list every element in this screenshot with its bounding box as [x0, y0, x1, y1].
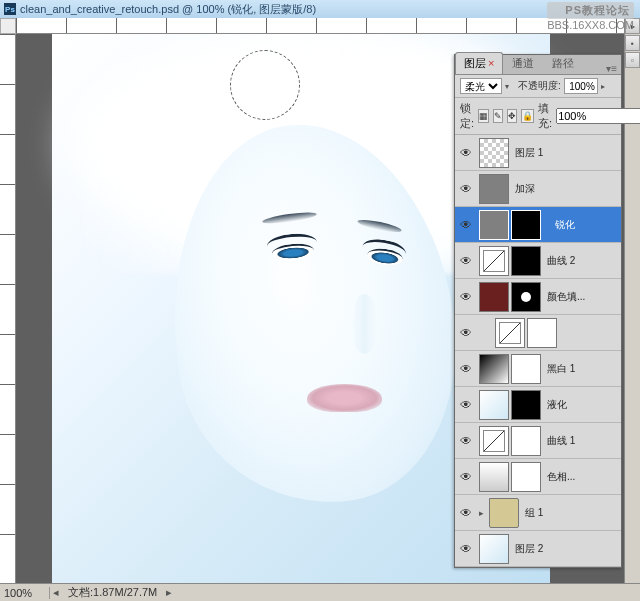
zoom-level[interactable]: 100% [0, 587, 50, 599]
visibility-toggle[interactable]: 👁 [458, 433, 474, 449]
lock-label: 锁定: [460, 101, 474, 131]
layer-name[interactable]: 锐化 [555, 218, 618, 232]
layer-thumbnail[interactable] [479, 390, 509, 420]
layer-mask-thumbnail[interactable] [511, 282, 541, 312]
layers-panel: 图层× 通道 路径 ▾≡ 柔光 ▾ 不透明度: ▸ 锁定: ▦ ✎ ✥ 🔒 填充… [454, 54, 622, 568]
layer-mask-thumbnail[interactable] [511, 354, 541, 384]
opacity-input[interactable] [564, 78, 598, 94]
layer-row-l4[interactable]: 👁曲线 2 [455, 243, 621, 279]
opacity-label: 不透明度: [518, 79, 561, 93]
layer-name[interactable]: 曲线 2 [547, 254, 618, 268]
layer-thumbs [479, 138, 509, 168]
layer-row-l11[interactable]: 👁图层 2 [455, 531, 621, 567]
watermark-line2: BBS.16XX8.COM [547, 19, 634, 31]
layer-mask-thumbnail[interactable] [511, 426, 541, 456]
portrait-lips [307, 384, 382, 412]
document-size: 文档:1.87M/27.7M [62, 585, 163, 600]
brush-cursor [230, 50, 300, 120]
watermark: PS教程论坛 BBS.16XX8.COM [547, 2, 634, 31]
layer-thumbs [479, 174, 509, 204]
layer-thumbs [479, 282, 541, 312]
visibility-toggle[interactable]: 👁 [458, 181, 474, 197]
layer-thumbnail[interactable] [479, 462, 509, 492]
layer-name[interactable]: 加深 [515, 182, 618, 196]
layer-name[interactable]: 色相... [547, 470, 618, 484]
layer-mask-thumbnail[interactable] [511, 210, 541, 240]
visibility-toggle[interactable]: 👁 [458, 397, 474, 413]
layer-row-l9[interactable]: 👁曲线 1 [455, 423, 621, 459]
tab-channels[interactable]: 通道 [503, 52, 543, 74]
layer-mask-thumbnail[interactable] [527, 318, 557, 348]
layer-row-grp[interactable]: 👁▸组 1 [455, 495, 621, 531]
lock-position-icon[interactable]: ✥ [507, 109, 517, 123]
fill-input[interactable] [556, 108, 640, 124]
layer-thumbnail[interactable] [479, 210, 509, 240]
layer-name[interactable]: 黑白 1 [547, 362, 618, 376]
status-arrow-left[interactable]: ◂ [50, 586, 62, 599]
layer-mask-thumbnail[interactable] [511, 390, 541, 420]
group-arrow-icon[interactable]: ▸ [479, 508, 484, 518]
layer-mask-thumbnail[interactable] [511, 462, 541, 492]
visibility-toggle[interactable]: 👁 [458, 469, 474, 485]
status-bar: 100% ◂ 文档:1.87M/27.7M ▸ [0, 583, 640, 601]
layer-row-l7[interactable]: 👁黑白 1 [455, 351, 621, 387]
visibility-toggle[interactable]: 👁 [458, 361, 474, 377]
layer-thumbs [479, 426, 541, 456]
layer-thumbnail[interactable] [479, 426, 509, 456]
fill-label: 填充: [538, 101, 552, 131]
ruler-origin[interactable] [0, 18, 16, 34]
layer-row-l10[interactable]: 👁色相... [455, 459, 621, 495]
layer-thumbnail[interactable] [479, 246, 509, 276]
blend-mode-select[interactable]: 柔光 [460, 78, 502, 94]
lock-transparency-icon[interactable]: ▦ [478, 109, 489, 123]
panel-tabs: 图层× 通道 路径 ▾≡ [455, 55, 621, 75]
visibility-toggle[interactable]: 👁 [458, 289, 474, 305]
layer-name[interactable]: 液化 [547, 398, 618, 412]
layer-thumbnail[interactable] [479, 174, 509, 204]
layer-row-l5[interactable]: 👁颜色填... [455, 279, 621, 315]
layer-name[interactable]: 图层 1 [515, 146, 618, 160]
layer-thumbs [479, 390, 541, 420]
layer-row-l8[interactable]: 👁液化 [455, 387, 621, 423]
layer-name[interactable]: 颜色填... [547, 290, 618, 304]
layer-thumbnail[interactable] [479, 282, 509, 312]
lock-paint-icon[interactable]: ✎ [493, 109, 503, 123]
visibility-toggle[interactable]: 👁 [458, 505, 474, 521]
document-filename: clean_and_creative_retouch.psd [20, 3, 179, 15]
blend-mode-row: 柔光 ▾ 不透明度: ▸ [455, 75, 621, 98]
layer-row-l2[interactable]: 👁加深 [455, 171, 621, 207]
layer-thumbnail[interactable] [479, 354, 509, 384]
blend-arrow[interactable]: ▾ [505, 82, 515, 91]
layer-name[interactable]: 组 1 [525, 506, 618, 520]
layer-thumbnail[interactable] [495, 318, 525, 348]
layer-thumbnail[interactable] [489, 498, 519, 528]
layer-thumbs [489, 498, 519, 528]
status-arrow-right[interactable]: ▸ [163, 586, 175, 599]
layer-row-l1[interactable]: 👁图层 1 [455, 135, 621, 171]
layer-name[interactable]: 图层 2 [515, 542, 618, 556]
layer-thumbnail[interactable] [479, 534, 509, 564]
visibility-toggle[interactable]: 👁 [458, 325, 474, 341]
visibility-toggle[interactable]: 👁 [458, 253, 474, 269]
layer-row-l3[interactable]: 👁效...锐化 [455, 207, 621, 243]
lock-all-icon[interactable]: 🔒 [521, 109, 534, 123]
tab-layers[interactable]: 图层× [455, 52, 503, 74]
document-zoom-info: @ 100% (锐化, 图层蒙版/8) [182, 2, 316, 17]
dock-button-2[interactable]: ▪ [625, 35, 640, 51]
tab-paths[interactable]: 路径 [543, 52, 583, 74]
opacity-arrow[interactable]: ▸ [601, 82, 611, 91]
layer-thumbnail[interactable] [479, 138, 509, 168]
panel-menu-icon[interactable]: ▾≡ [602, 63, 621, 74]
visibility-toggle[interactable]: 👁 [458, 541, 474, 557]
dock-button-3[interactable]: ▫ [625, 52, 640, 68]
layer-thumbs [495, 318, 557, 348]
ruler-vertical[interactable] [0, 34, 16, 583]
layer-name[interactable]: 曲线 1 [547, 434, 618, 448]
visibility-toggle[interactable]: 👁 [458, 145, 474, 161]
layer-row-l6[interactable]: 👁 [455, 315, 621, 351]
layer-thumbs [479, 354, 541, 384]
layers-list: 👁图层 1👁加深👁效...锐化👁曲线 2👁颜色填...👁👁黑白 1👁液化👁曲线 … [455, 135, 621, 567]
layer-mask-thumbnail[interactable] [511, 246, 541, 276]
layer-thumbs [479, 210, 541, 240]
visibility-toggle[interactable]: 👁 [458, 217, 474, 233]
